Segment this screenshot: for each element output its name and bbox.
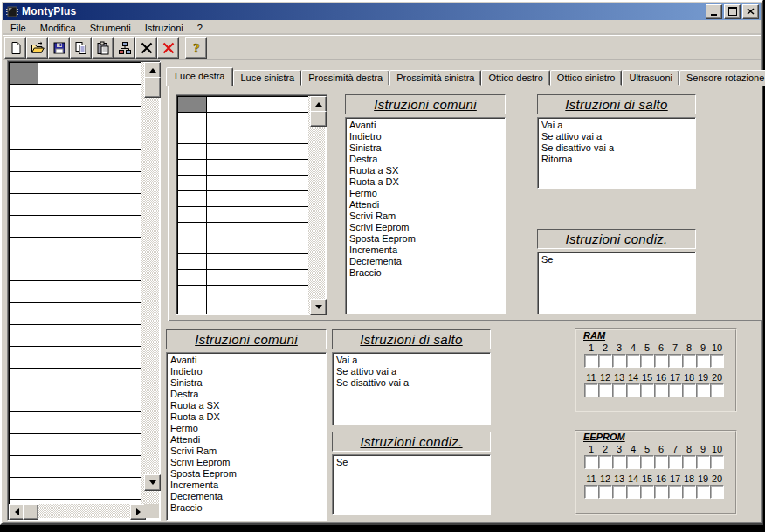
instruction-item[interactable]: Ritorna: [541, 154, 695, 165]
instruction-item[interactable]: Ruota a DX: [170, 411, 326, 423]
sensor-grid-vscrollbar[interactable]: [310, 96, 325, 314]
delete-button[interactable]: [135, 37, 157, 59]
grid-cell[interactable]: [178, 160, 207, 176]
ram-cell[interactable]: [710, 354, 724, 368]
ram-cell[interactable]: [668, 354, 682, 368]
grid-cell[interactable]: [38, 369, 142, 390]
ram-cell[interactable]: [612, 383, 626, 397]
instruction-item[interactable]: Decrementa: [349, 256, 505, 267]
grid-cell[interactable]: [178, 286, 207, 301]
grid-cell[interactable]: [38, 390, 142, 412]
grid-row[interactable]: [178, 191, 309, 207]
menu-item[interactable]: Strumenti: [84, 22, 137, 34]
grid-cell[interactable]: [10, 390, 38, 412]
instruction-item[interactable]: Vai a: [336, 355, 490, 366]
grid-cell[interactable]: [38, 434, 142, 456]
new-button[interactable]: [4, 37, 26, 59]
instruction-item[interactable]: Sposta Eeprom: [170, 468, 326, 480]
grid-cell[interactable]: [10, 303, 38, 325]
tab[interactable]: Ottico destro: [481, 70, 549, 86]
eeprom-cell[interactable]: [612, 455, 626, 469]
instruction-item[interactable]: Scrivi Ram: [349, 211, 505, 222]
ram-cell[interactable]: [584, 354, 598, 368]
grid-row[interactable]: [10, 412, 142, 434]
menu-item[interactable]: Modifica: [34, 22, 82, 34]
eeprom-cell[interactable]: [598, 455, 612, 469]
instruction-item[interactable]: Avanti: [349, 120, 505, 131]
grid-cell[interactable]: [10, 107, 38, 128]
ram-cell[interactable]: [612, 354, 626, 368]
grid-cell[interactable]: [207, 223, 309, 238]
eeprom-cell[interactable]: [710, 485, 724, 499]
hscroll-thumb[interactable]: [23, 504, 38, 520]
instruction-item[interactable]: Sinistra: [170, 377, 326, 389]
grid-row[interactable]: [178, 176, 309, 191]
eeprom-cell[interactable]: [668, 455, 682, 469]
grid-fixed-cell[interactable]: [10, 63, 38, 85]
instruction-item[interactable]: Se attivo vai a: [336, 366, 490, 377]
grid-cell[interactable]: [38, 128, 142, 150]
grid-row[interactable]: [178, 128, 309, 144]
grid-cell[interactable]: [207, 238, 309, 254]
ram-cell[interactable]: [598, 383, 612, 397]
menu-item[interactable]: File: [4, 22, 32, 34]
eeprom-cell[interactable]: [654, 455, 668, 469]
ram-cell[interactable]: [584, 383, 598, 397]
grid-row[interactable]: [10, 107, 142, 128]
instruction-item[interactable]: Fermo: [349, 188, 505, 199]
grid-cell[interactable]: [178, 270, 207, 286]
grid-fixed-cell[interactable]: [178, 97, 207, 113]
grid-cell[interactable]: [207, 97, 309, 113]
grid-cell[interactable]: [207, 128, 309, 144]
grid-cell[interactable]: [207, 301, 309, 314]
instruction-item[interactable]: Attendi: [349, 199, 505, 211]
grid-cell[interactable]: [10, 85, 38, 107]
grid-row[interactable]: [10, 85, 142, 107]
title-bar[interactable]: MontyPlus: [3, 3, 761, 20]
eeprom-cell[interactable]: [696, 455, 710, 469]
grid-cell[interactable]: [10, 172, 38, 194]
tab[interactable]: Prossimità destra: [301, 70, 389, 86]
grid-cell[interactable]: [38, 259, 142, 281]
grid-cell[interactable]: [10, 434, 38, 456]
grid-row[interactable]: [10, 369, 142, 390]
grid-row[interactable]: [10, 259, 142, 281]
grid-cell[interactable]: [10, 412, 38, 434]
instruction-item[interactable]: Indietro: [349, 131, 505, 142]
grid-cell[interactable]: [38, 325, 142, 347]
instruction-item[interactable]: Attendi: [170, 434, 326, 446]
flowchart-button[interactable]: [114, 37, 135, 59]
scroll-down-button[interactable]: [144, 474, 161, 491]
close-button[interactable]: [742, 4, 759, 19]
eeprom-cell[interactable]: [626, 455, 640, 469]
grid-row[interactable]: [178, 270, 309, 286]
grid-cell[interactable]: [178, 128, 207, 144]
grid-cell[interactable]: [178, 207, 207, 223]
ram-cell[interactable]: [682, 383, 696, 397]
grid-row[interactable]: [178, 286, 309, 301]
instruction-item[interactable]: Incrementa: [349, 245, 505, 256]
grid-cell[interactable]: [207, 270, 309, 286]
menu-item[interactable]: ?: [191, 22, 209, 34]
instruction-item[interactable]: Ruota a DX: [349, 176, 505, 188]
instruction-item[interactable]: Ruota a SX: [170, 400, 326, 411]
grid-cell[interactable]: [10, 216, 38, 238]
instruction-item[interactable]: Ruota a SX: [349, 165, 505, 176]
grid-row[interactable]: [10, 172, 142, 194]
grid-cell[interactable]: [178, 254, 207, 270]
tab[interactable]: Luce sinistra: [233, 70, 301, 86]
minimize-button[interactable]: [706, 4, 722, 19]
eeprom-cell[interactable]: [640, 455, 654, 469]
grid-cell[interactable]: [207, 144, 309, 160]
paste-button[interactable]: [92, 37, 114, 59]
vscroll-thumb[interactable]: [144, 77, 161, 98]
grid-cell[interactable]: [178, 144, 207, 160]
grid-cell[interactable]: [178, 301, 207, 314]
instruction-item[interactable]: Sinistra: [349, 142, 505, 154]
ram-cell[interactable]: [654, 354, 668, 368]
instruction-item[interactable]: Scrivi Eeprom: [349, 222, 505, 233]
vscroll-thumb[interactable]: [310, 111, 327, 127]
ram-cell[interactable]: [626, 383, 640, 397]
tab[interactable]: Ultrasuoni: [622, 70, 679, 86]
grid-row[interactable]: [10, 303, 142, 325]
